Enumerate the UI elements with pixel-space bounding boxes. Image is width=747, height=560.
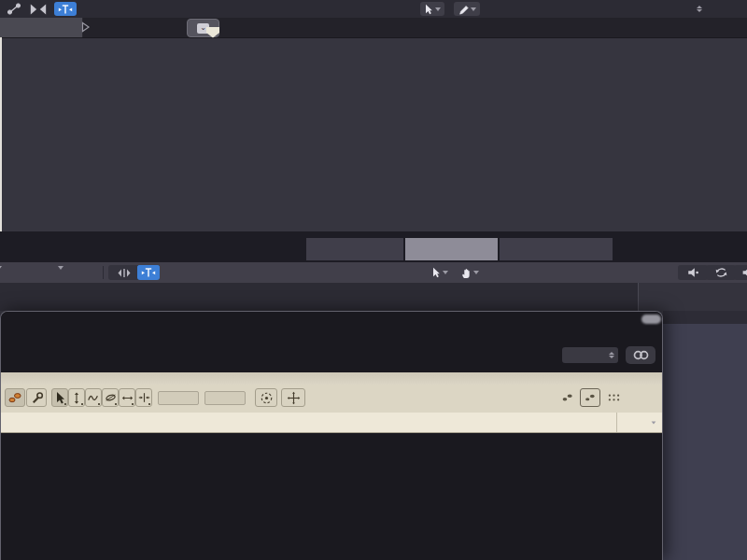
chevron-down-icon (58, 266, 63, 270)
playhead-marker[interactable] (205, 26, 220, 38)
ruler-ticks (0, 18, 747, 37)
playhead-line[interactable] (0, 37, 2, 231)
note-assignment-tool-button[interactable] (5, 388, 25, 407)
pitch-modulation-tool-button[interactable] (85, 388, 102, 407)
functions-menu[interactable] (0, 266, 2, 270)
melodyne-window-header (1, 312, 662, 372)
automation-icon[interactable] (3, 1, 25, 17)
updown-chevrons-icon (609, 352, 614, 358)
overview-waveform (0, 283, 638, 301)
formant-tool-button[interactable] (102, 388, 119, 407)
window-control-pill[interactable] (641, 315, 661, 324)
tab-track[interactable] (306, 238, 403, 260)
sample-editor-panel (663, 311, 747, 560)
show-blobs-button[interactable] (559, 388, 576, 407)
partial-button[interactable] (734, 265, 747, 280)
pencil-tool-button[interactable] (454, 2, 480, 16)
tab-file[interactable] (405, 238, 498, 260)
value-field-1[interactable] (158, 391, 199, 405)
chevron-down-icon (435, 7, 441, 11)
audition-speaker-button[interactable] (678, 265, 708, 280)
flex-tool-button[interactable] (54, 2, 77, 16)
view-menu[interactable] (54, 266, 63, 270)
updown-chevrons-icon (697, 6, 702, 12)
cycle-button[interactable] (706, 265, 736, 280)
pitch-tool-button[interactable] (68, 388, 85, 407)
flex-view-icon[interactable] (27, 1, 49, 17)
flex-pitch-toggle[interactable] (108, 265, 140, 280)
melodyne-logo (1, 372, 662, 385)
scroll-lock-button[interactable] (281, 388, 305, 407)
timing-tool-button[interactable] (119, 388, 135, 407)
melodyne-note-canvas[interactable] (1, 433, 664, 560)
overview-empty-area (638, 283, 747, 311)
flex-tool-button-editor[interactable] (137, 265, 160, 280)
main-toolbar (0, 0, 747, 19)
editor-tab-strip (0, 231, 747, 262)
wrench-tool-button[interactable] (26, 388, 47, 407)
melodyne-toolbar (1, 385, 662, 413)
divider (638, 283, 639, 311)
melodyne-plugin-window (0, 311, 663, 560)
chevron-down-icon (471, 7, 476, 11)
logic-pro-window: ⌄ (0, 0, 747, 560)
tab-smart-tempo[interactable] (500, 238, 613, 260)
main-arrow-tool-button[interactable] (51, 388, 68, 407)
melodyne-note-column (616, 413, 662, 432)
snap-select[interactable] (609, 1, 706, 16)
editor-hand-tool[interactable] (452, 265, 487, 280)
sample-waveform (663, 311, 747, 560)
play-from-marker-icon[interactable] (81, 21, 91, 33)
link-button[interactable] (626, 346, 655, 364)
grid-options-button[interactable] (604, 388, 623, 407)
pitch-grid-snap-button[interactable] (255, 388, 277, 407)
track-grid (0, 37, 747, 231)
editor-view-select[interactable] (562, 347, 618, 363)
chevron-down-icon (652, 421, 656, 424)
melodyne-time-ruler[interactable] (1, 413, 662, 433)
pointer-tool-button[interactable] (420, 2, 444, 16)
file-editor-toolbar (0, 262, 747, 284)
value-field-2[interactable] (204, 391, 246, 405)
divider (103, 266, 104, 279)
audio-file-overview[interactable] (0, 283, 747, 311)
track-area (0, 37, 747, 231)
bar-ruler[interactable]: ⌄ (0, 18, 747, 38)
note-separation-tool-button[interactable] (135, 388, 152, 407)
chevron-down-icon (0, 266, 2, 270)
note-editor-view-button[interactable] (580, 388, 600, 407)
